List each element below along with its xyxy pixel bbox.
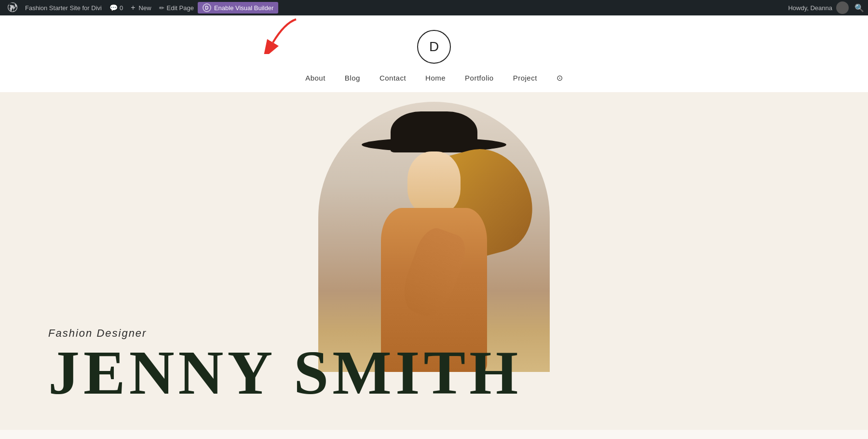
site-name-label: Fashion Starter Site for Divi [25, 4, 102, 12]
nav-link-blog[interactable]: Blog [345, 74, 360, 82]
site-name-item[interactable]: Fashion Starter Site for Divi [21, 0, 106, 15]
new-plus-icon: + [131, 3, 135, 12]
wp-logo-item[interactable] [4, 0, 21, 15]
hero-text-block: Fashion Designer JENNY SMITH [48, 327, 522, 401]
wp-admin-bar: Fashion Starter Site for Divi 💬 0 + New … [0, 0, 868, 15]
nav-link-home[interactable]: Home [425, 74, 446, 82]
admin-bar-right: Howdy, Deanna 🔍 [788, 1, 864, 14]
wp-logo-icon [8, 2, 17, 14]
logo-letter: D [429, 39, 439, 55]
nav-search[interactable]: ⊙ [556, 73, 563, 82]
nav-list: About Blog Contact Home Portfolio Projec… [305, 73, 563, 82]
comment-icon: 💬 [109, 4, 118, 12]
main-nav: About Blog Contact Home Portfolio Projec… [305, 73, 563, 82]
face [407, 151, 461, 214]
nav-search-icon[interactable]: ⊙ [556, 74, 563, 82]
nav-link-project[interactable]: Project [513, 74, 537, 82]
user-avatar-icon [836, 1, 849, 14]
howdy-text: Howdy, Deanna [788, 4, 832, 12]
site-header: D About Blog Contact Home Portfolio [0, 15, 868, 92]
nav-item-contact[interactable]: Contact [380, 74, 406, 82]
edit-icon: ✏ [159, 4, 164, 12]
hero-section: Fashion Designer JENNY SMITH [0, 92, 868, 430]
nav-item-project[interactable]: Project [513, 74, 537, 82]
new-item[interactable]: + New [127, 0, 155, 15]
nav-item-blog[interactable]: Blog [345, 74, 360, 82]
divi-logo-icon: D [203, 3, 211, 12]
site-wrapper: D About Blog Contact Home Portfolio [0, 15, 868, 439]
site-logo[interactable]: D [417, 30, 451, 64]
hero-title-text: JENNY SMITH [48, 338, 522, 407]
admin-search-icon[interactable]: 🔍 [854, 3, 864, 13]
nav-link-contact[interactable]: Contact [380, 74, 406, 82]
nav-item-home[interactable]: Home [425, 74, 446, 82]
nav-link-about[interactable]: About [305, 74, 326, 82]
nav-item-about[interactable]: About [305, 74, 326, 82]
nav-item-portfolio[interactable]: Portfolio [465, 74, 494, 82]
new-label: New [139, 4, 151, 12]
nav-link-portfolio[interactable]: Portfolio [465, 74, 494, 82]
enable-builder-label: Enable Visual Builder [214, 4, 273, 12]
edit-page-label: Edit Page [167, 4, 194, 12]
comments-count: 0 [120, 4, 123, 12]
comments-item[interactable]: 💬 0 [106, 0, 127, 15]
enable-visual-builder-button[interactable]: D Enable Visual Builder [198, 2, 278, 14]
hero-title: JENNY SMITH [48, 344, 522, 401]
edit-page-item[interactable]: ✏ Edit Page [155, 0, 198, 15]
